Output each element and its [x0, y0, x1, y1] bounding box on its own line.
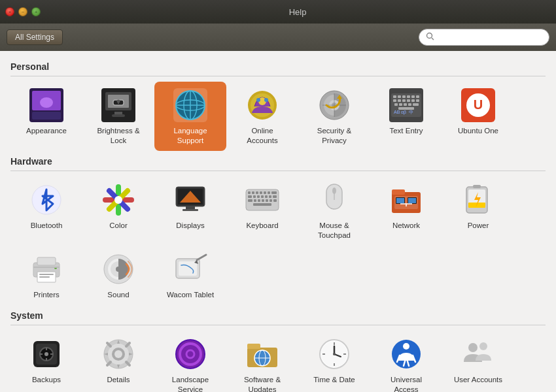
printers-label: Printers [33, 290, 60, 300]
sidebar-item-color[interactable]: Color [82, 176, 154, 246]
sidebar-item-appearance[interactable]: Appearance [10, 82, 82, 151]
sidebar-item-mouse-touchpad[interactable]: Mouse &Touchpad [298, 176, 370, 246]
bluetooth-label: Bluetooth [31, 221, 63, 231]
close-icon: × [9, 9, 12, 15]
keyboard-icon [244, 182, 281, 218]
section-divider-personal [10, 76, 546, 76]
sidebar-item-universal-access[interactable]: UniversalAccess [370, 331, 442, 392]
close-button[interactable]: × [5, 7, 14, 16]
svg-rect-36 [411, 95, 415, 98]
time-date-icon [316, 336, 353, 372]
details-label: Details [107, 375, 130, 385]
sidebar-item-language-support[interactable]: LanguageSupport [154, 82, 226, 151]
user-accounts-icon [460, 336, 496, 372]
svg-rect-83 [254, 199, 256, 202]
svg-rect-78 [261, 195, 264, 198]
toolbar: All Settings [0, 24, 556, 51]
svg-rect-108 [37, 257, 56, 265]
sidebar-item-displays[interactable]: Displays [154, 176, 226, 246]
sidebar-item-text-entry[interactable]: AB αβ 中 Text Entry [370, 82, 442, 151]
universal-access-label: UniversalAccess [391, 375, 422, 392]
power-label: Power [468, 221, 489, 231]
svg-point-153 [479, 342, 487, 350]
svg-rect-68 [248, 191, 251, 194]
svg-rect-75 [248, 195, 252, 198]
svg-rect-76 [253, 195, 256, 198]
sidebar-item-backups[interactable]: Backups [10, 331, 82, 392]
svg-text:U: U [474, 97, 483, 112]
ubuntu-one-label: Ubuntu One [458, 126, 498, 136]
sidebar-item-user-accounts[interactable]: User Accounts [442, 331, 514, 392]
svg-rect-81 [273, 195, 277, 198]
printers-icon [28, 251, 65, 287]
section-divider-system [10, 325, 546, 325]
svg-rect-73 [268, 191, 270, 194]
power-icon [460, 182, 496, 218]
svg-rect-13 [118, 101, 119, 104]
sidebar-item-bluetooth[interactable]: Bluetooth [10, 176, 82, 246]
svg-rect-47 [408, 103, 411, 106]
text-entry-label: Text Entry [389, 126, 423, 136]
sidebar-item-printers[interactable]: Printers [10, 246, 82, 305]
sidebar-item-power[interactable]: Power [442, 176, 514, 246]
backups-icon [28, 336, 65, 372]
svg-text:中: 中 [409, 110, 413, 114]
svg-line-1 [432, 38, 434, 40]
all-settings-button[interactable]: All Settings [7, 29, 63, 45]
sidebar-item-security-privacy[interactable]: Security &Privacy [298, 82, 370, 151]
svg-rect-10 [112, 114, 125, 117]
wacom-tablet-icon [172, 251, 209, 287]
svg-rect-41 [407, 99, 410, 102]
svg-rect-99 [408, 198, 416, 203]
displays-label: Displays [176, 221, 204, 231]
sidebar-item-sound[interactable]: Sound [82, 246, 154, 305]
svg-rect-113 [33, 267, 60, 268]
svg-point-116 [116, 267, 121, 272]
sidebar-item-details[interactable]: Details [82, 331, 154, 392]
sidebar-item-software-updates[interactable]: Software &Updates [226, 331, 298, 392]
svg-rect-44 [394, 103, 398, 106]
maximize-button[interactable]: + [31, 7, 41, 16]
sidebar-item-keyboard[interactable]: Keyboard [226, 176, 298, 246]
sidebar-item-time-date[interactable]: Time & Date [298, 331, 370, 392]
displays-icon [172, 182, 209, 218]
svg-point-152 [468, 343, 478, 352]
svg-rect-103 [473, 185, 481, 188]
svg-rect-79 [265, 195, 268, 198]
svg-rect-80 [269, 195, 271, 198]
svg-rect-88 [273, 199, 277, 202]
sidebar-item-landscape-service[interactable]: LandscapeService [154, 331, 226, 392]
svg-rect-110 [39, 274, 54, 275]
svg-rect-4 [32, 112, 61, 120]
section-title-system: System [10, 310, 546, 321]
language-support-label: LanguageSupport [173, 126, 207, 146]
maximize-icon: + [35, 9, 38, 15]
search-icon [426, 31, 434, 43]
svg-rect-133 [247, 344, 260, 349]
software-updates-label: Software &Updates [244, 375, 281, 392]
svg-point-124 [44, 352, 48, 356]
search-input[interactable] [437, 33, 542, 42]
svg-rect-97 [396, 198, 404, 203]
security-privacy-icon [316, 87, 353, 123]
minimize-button[interactable]: − [18, 7, 27, 16]
svg-point-61 [114, 196, 122, 204]
titlebar: × − + Help [0, 0, 556, 24]
ubuntu-one-icon: U [460, 87, 496, 123]
svg-rect-39 [398, 99, 401, 102]
svg-rect-94 [392, 189, 405, 195]
security-privacy-label: Security &Privacy [317, 126, 351, 146]
svg-rect-69 [252, 191, 254, 194]
sound-label: Sound [107, 290, 129, 300]
sidebar-item-wacom-tablet[interactable]: Wacom Tablet [154, 246, 226, 305]
section-title-personal: Personal [10, 61, 546, 72]
sidebar-item-online-accounts[interactable]: OnlineAccounts [226, 82, 298, 151]
sidebar-item-brightness-lock[interactable]: Brightness &Lock [82, 82, 154, 151]
svg-point-92 [332, 188, 336, 194]
svg-rect-42 [411, 99, 415, 102]
sidebar-item-ubuntu-one[interactable]: U Ubuntu One [442, 82, 514, 151]
sidebar-item-network[interactable]: Network [370, 176, 442, 246]
svg-point-23 [256, 98, 260, 102]
svg-text:αβ: αβ [401, 110, 406, 115]
svg-rect-38 [393, 99, 396, 102]
